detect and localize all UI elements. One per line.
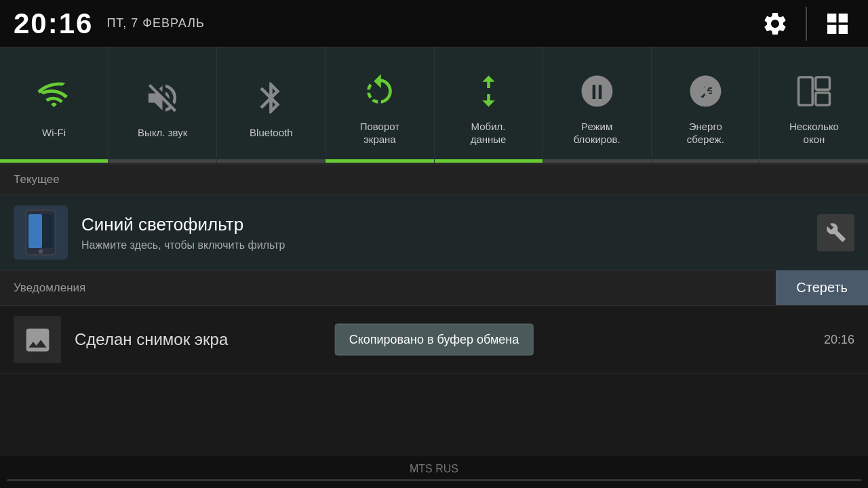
tile-multi-window[interactable]: Несколькоокон [760, 47, 868, 163]
wifi-icon [34, 77, 75, 118]
sound-off-icon [142, 77, 183, 118]
tile-multi-window-label: Несколькоокон [789, 120, 839, 146]
block-icon [576, 71, 617, 112]
current-section-label: Текущее [0, 165, 868, 195]
svg-point-6 [39, 249, 43, 253]
tile-block-mode-label: Режимблокиров. [574, 120, 620, 146]
carrier-name: MTS RUS [410, 463, 458, 474]
tile-screen-rotate[interactable]: Поворотэкрана [326, 47, 434, 163]
tile-block-mode[interactable]: Режимблокиров. [543, 47, 652, 163]
tile-bluetooth-label: Bluetooth [250, 126, 292, 140]
tile-wifi-label: Wi-Fi [42, 126, 66, 140]
notifications-header: Уведомления Стереть [0, 270, 868, 306]
tile-mobile-data[interactable]: Мобил.данные [435, 47, 543, 163]
tile-sound-off[interactable]: Выкл. звук [108, 47, 217, 163]
quick-settings-panel: Wi-Fi Выкл. звук Bluetooth Поворотэкрана [0, 47, 868, 165]
tile-bluetooth[interactable]: Bluetooth [217, 47, 326, 163]
tile-screen-rotate-label: Поворотэкрана [360, 120, 400, 146]
svg-rect-2 [816, 93, 830, 105]
bluetooth-icon [251, 77, 292, 118]
recycle-icon [685, 71, 726, 112]
rotate-icon [359, 71, 400, 112]
tile-wifi-indicator [0, 159, 108, 163]
tile-energy-save-label: Энергосбереж. [687, 120, 724, 146]
tile-multi-window-indicator [760, 159, 868, 163]
tile-mobile-data-indicator [435, 159, 542, 163]
tile-sound-off-indicator [108, 159, 216, 163]
tile-mobile-data-label: Мобил.данные [471, 120, 507, 146]
screenshot-notification[interactable]: Сделан снимок экра Скопировано в буфер о… [0, 306, 868, 374]
svg-rect-5 [28, 214, 42, 248]
tile-bluetooth-indicator [217, 159, 325, 163]
notif-subtitle: Нажмите здесь, чтобы включить фильтр [81, 239, 817, 251]
svg-rect-0 [799, 77, 813, 105]
bottom-carrier-bar: MTS RUS [0, 456, 868, 488]
divider [806, 7, 807, 41]
notif-content: Синий светофильтр Нажмите здесь, чтобы в… [81, 214, 817, 251]
date: ПТ, 7 ФЕВРАЛЬ [106, 16, 204, 30]
screenshot-time: 20:16 [824, 333, 854, 347]
status-bar: 20:16 ПТ, 7 ФЕВРАЛЬ [0, 0, 868, 47]
grid-button[interactable] [821, 7, 854, 41]
svg-rect-1 [816, 77, 830, 89]
screenshot-icon [14, 316, 61, 363]
notif-settings-button[interactable] [817, 214, 854, 251]
clear-notifications-button[interactable]: Стереть [776, 270, 868, 305]
tile-wifi[interactable]: Wi-Fi [0, 47, 108, 163]
tile-screen-rotate-indicator [326, 159, 433, 163]
notif-app-icon [14, 205, 68, 260]
notifications-label: Уведомления [0, 272, 99, 304]
status-icons [758, 7, 854, 41]
tile-energy-save[interactable]: Энергосбереж. [652, 47, 760, 163]
tile-sound-off-label: Выкл. звук [138, 126, 187, 140]
mobile-data-icon [468, 71, 509, 112]
bottom-progress-bar [7, 479, 861, 481]
tile-block-mode-indicator [543, 159, 651, 163]
current-notification-card[interactable]: Синий светофильтр Нажмите здесь, чтобы в… [0, 195, 868, 270]
notif-title: Синий светофильтр [81, 214, 817, 235]
clipboard-tooltip: Скопировано в буфер обмена [335, 324, 534, 356]
settings-button[interactable] [758, 7, 792, 41]
tile-energy-save-indicator [652, 159, 760, 163]
clock: 20:16 [14, 7, 93, 40]
multi-window-icon [793, 71, 834, 112]
